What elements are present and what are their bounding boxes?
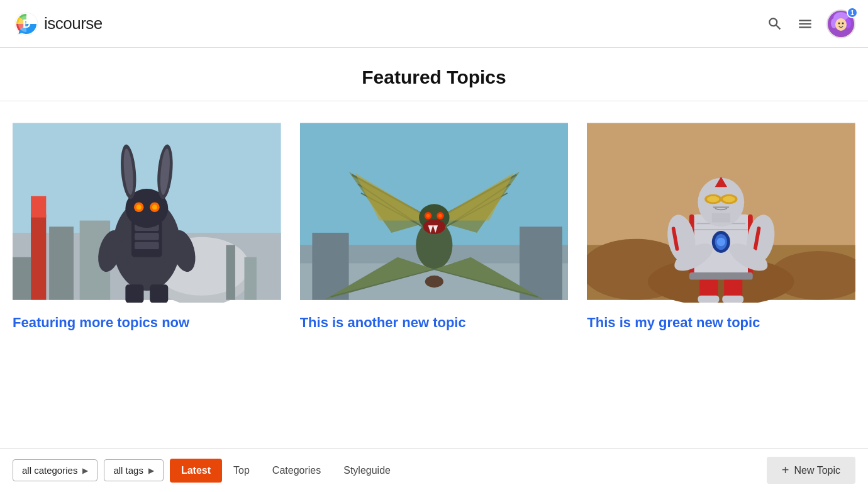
topic-card-3[interactable]: This is my great new topic xyxy=(587,120,855,332)
svg-rect-34 xyxy=(150,284,168,303)
topic-1-image xyxy=(13,120,281,303)
main-content: Featured Topics xyxy=(0,48,868,351)
topic-card-2[interactable]: This is another new topic xyxy=(300,120,569,332)
svg-rect-21 xyxy=(135,242,159,249)
categories-label: all categories xyxy=(22,465,77,476)
categories-filter[interactable]: all categories ▶ xyxy=(13,459,97,481)
svg-point-6 xyxy=(835,18,847,31)
categories-arrow-icon: ▶ xyxy=(82,466,88,475)
title-divider xyxy=(0,101,868,101)
svg-rect-35 xyxy=(226,245,235,299)
topic-2-image xyxy=(300,120,569,303)
svg-point-63 xyxy=(426,214,430,218)
topic-2-link[interactable]: This is another new topic xyxy=(300,314,569,332)
new-topic-plus-icon: + xyxy=(782,463,789,478)
logo-text: iscourse xyxy=(44,14,103,33)
menu-button[interactable] xyxy=(796,15,814,33)
svg-rect-97 xyxy=(698,296,720,303)
topic-1-link[interactable]: Featuring more topics now xyxy=(13,314,281,332)
site-header: D iscourse xyxy=(0,0,868,48)
topic-3-image xyxy=(587,120,855,303)
topic-image-1 xyxy=(13,120,281,303)
topic-image-2 xyxy=(300,120,569,303)
svg-rect-99 xyxy=(689,272,753,280)
page-title: Featured Topics xyxy=(0,48,868,101)
discourse-logo-icon: D xyxy=(13,10,40,38)
svg-text:D: D xyxy=(23,18,31,30)
nav-tabs: Latest Top Categories Styleguide xyxy=(170,459,767,483)
tab-top[interactable]: Top xyxy=(222,459,261,483)
tags-label: all tags xyxy=(113,465,143,476)
topic-image-3 xyxy=(587,120,855,303)
svg-point-8 xyxy=(842,22,844,24)
topic-card-1[interactable]: Featuring more topics now xyxy=(13,120,281,332)
svg-point-84 xyxy=(707,196,719,203)
svg-rect-88 xyxy=(712,213,730,223)
hamburger-icon xyxy=(797,16,813,32)
svg-rect-36 xyxy=(244,257,256,300)
bottom-toolbar: all categories ▶ all tags ▶ Latest Top C… xyxy=(0,448,868,492)
tab-categories[interactable]: Categories xyxy=(261,459,332,483)
svg-rect-20 xyxy=(135,233,159,240)
svg-point-30 xyxy=(152,204,157,210)
tags-filter[interactable]: all tags ▶ xyxy=(104,459,164,481)
svg-rect-42 xyxy=(520,226,562,299)
svg-rect-13 xyxy=(49,226,74,299)
svg-point-64 xyxy=(438,214,442,218)
notification-badge: 1 xyxy=(847,7,858,18)
tab-styleguide[interactable]: Styleguide xyxy=(332,459,402,483)
svg-point-65 xyxy=(425,276,443,288)
svg-rect-98 xyxy=(723,296,744,303)
svg-point-85 xyxy=(723,196,735,203)
svg-rect-12 xyxy=(31,196,46,218)
topics-grid: Featuring more topics now xyxy=(0,120,868,351)
svg-rect-33 xyxy=(125,284,143,303)
tab-latest[interactable]: Latest xyxy=(170,459,222,483)
svg-rect-11 xyxy=(31,215,46,300)
search-icon xyxy=(767,16,783,32)
new-topic-label: New Topic xyxy=(794,465,840,476)
svg-point-29 xyxy=(136,204,142,210)
topic-3-link[interactable]: This is my great new topic xyxy=(587,314,855,332)
tags-arrow-icon: ▶ xyxy=(148,466,154,475)
user-avatar-button[interactable]: 1 xyxy=(826,9,855,38)
svg-point-76 xyxy=(717,238,726,247)
search-button[interactable] xyxy=(766,15,784,33)
header-actions: 1 xyxy=(766,9,855,38)
svg-rect-37 xyxy=(13,257,31,300)
new-topic-button[interactable]: + New Topic xyxy=(767,457,855,484)
logo[interactable]: D iscourse xyxy=(13,10,103,38)
svg-point-7 xyxy=(838,22,840,24)
